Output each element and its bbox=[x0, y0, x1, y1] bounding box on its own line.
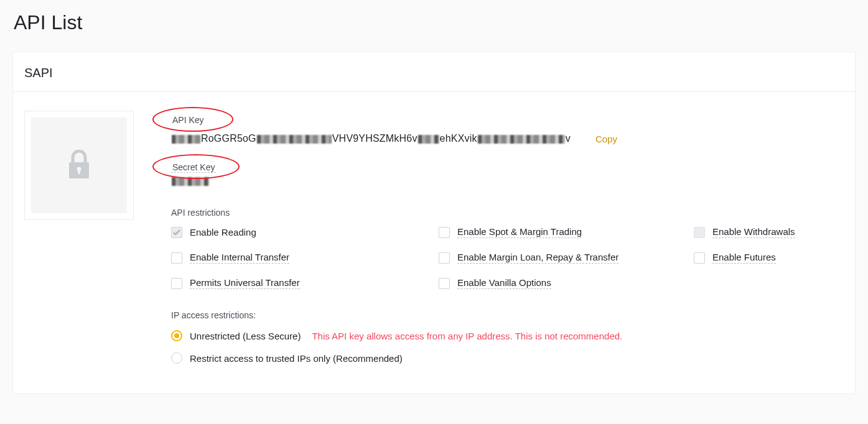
lock-icon-background bbox=[31, 118, 127, 213]
restriction-option[interactable]: Enable Futures bbox=[694, 252, 844, 264]
checkbox bbox=[171, 227, 182, 238]
svg-rect-2 bbox=[78, 170, 80, 174]
checkbox[interactable] bbox=[694, 252, 705, 264]
restriction-label: Enable Futures bbox=[712, 252, 776, 264]
checkbox bbox=[694, 227, 705, 238]
checkbox[interactable] bbox=[439, 252, 450, 264]
restriction-label: Enable Internal Transfer bbox=[190, 252, 289, 264]
restriction-label: Enable Margin Loan, Repay & Transfer bbox=[457, 252, 618, 264]
api-restrictions-grid: Enable ReadingEnable Spot & Margin Tradi… bbox=[171, 226, 844, 289]
restriction-label: Enable Vanilla Options bbox=[457, 277, 551, 289]
ip-access-label: IP access restrictions: bbox=[171, 310, 844, 320]
restriction-option[interactable]: Enable Spot & Margin Trading bbox=[439, 226, 694, 238]
ip-option-label: Restrict access to trusted IPs only (Rec… bbox=[190, 353, 403, 364]
restriction-label: Enable Spot & Margin Trading bbox=[457, 226, 582, 238]
restriction-label: Enable Withdrawals bbox=[712, 226, 795, 238]
checkbox[interactable] bbox=[171, 252, 182, 264]
secret-key-value bbox=[171, 175, 210, 187]
radio-button[interactable] bbox=[171, 330, 182, 341]
checkbox[interactable] bbox=[171, 278, 182, 289]
secret-key-label: Secret Key bbox=[171, 162, 216, 173]
restriction-label: Permits Universal Transfer bbox=[190, 277, 300, 289]
api-key-label: API Key bbox=[171, 115, 205, 125]
api-card: SAPI API Key RoGGR5oGVHV9YHSZM bbox=[12, 52, 856, 394]
restriction-option[interactable]: Enable Margin Loan, Repay & Transfer bbox=[439, 252, 694, 264]
api-restrictions-label: API restrictions bbox=[171, 208, 844, 218]
ip-warning-text: This API key allows access from any IP a… bbox=[312, 331, 622, 341]
api-key-value: RoGGR5oGVHV9YHSZMkH6vehKXvikv bbox=[171, 133, 571, 144]
lock-icon bbox=[67, 150, 91, 181]
radio-button[interactable] bbox=[171, 353, 182, 364]
restriction-option: Enable Withdrawals bbox=[694, 226, 844, 238]
api-name-header: SAPI bbox=[13, 52, 855, 92]
restriction-label: Enable Reading bbox=[190, 227, 256, 238]
copy-api-key-button[interactable]: Copy bbox=[595, 134, 617, 144]
checkbox[interactable] bbox=[439, 227, 450, 238]
restriction-option[interactable]: Permits Universal Transfer bbox=[171, 277, 439, 289]
ip-access-option[interactable]: Unrestricted (Less Secure)This API key a… bbox=[171, 330, 844, 341]
restriction-option: Enable Reading bbox=[171, 226, 439, 238]
restriction-option[interactable]: Enable Internal Transfer bbox=[171, 252, 439, 264]
ip-access-options: Unrestricted (Less Secure)This API key a… bbox=[171, 330, 844, 364]
qr-lock-box bbox=[24, 111, 134, 220]
page-title: API List bbox=[0, 0, 868, 52]
ip-option-label: Unrestricted (Less Secure) bbox=[190, 331, 301, 341]
checkbox[interactable] bbox=[439, 278, 450, 289]
restriction-option[interactable]: Enable Vanilla Options bbox=[439, 277, 694, 289]
ip-access-option[interactable]: Restrict access to trusted IPs only (Rec… bbox=[171, 353, 844, 364]
